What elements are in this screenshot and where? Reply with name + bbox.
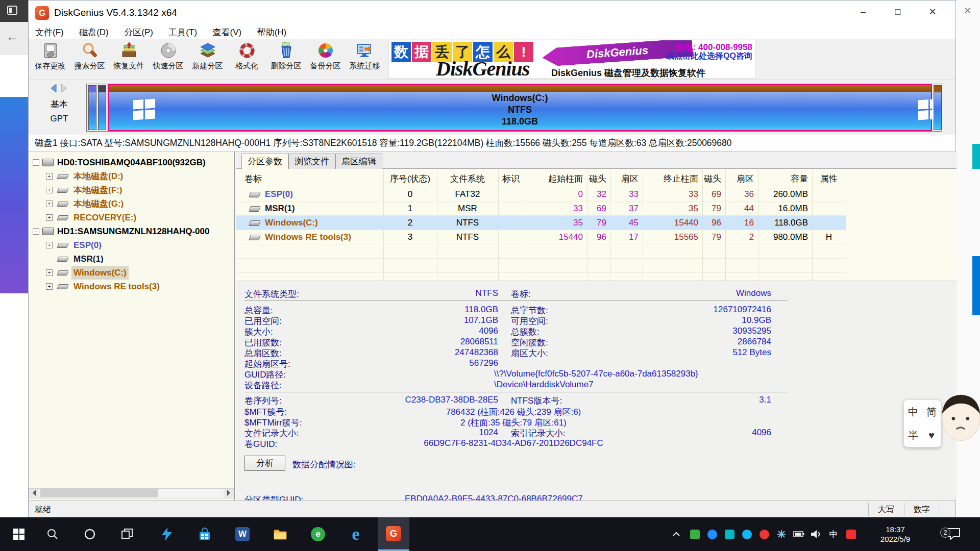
tree-item-windows-re[interactable]: + Windows RE tools(3) (29, 280, 234, 293)
expand-icon[interactable]: + (46, 214, 53, 221)
table-row-windows-c-selected[interactable]: Windows(C:) 2 NTFS 35 79 45 15440 96 16 … (236, 216, 846, 230)
backup-partition-button[interactable]: 备份分区 (306, 40, 345, 79)
expand-icon[interactable]: + (46, 269, 53, 276)
system-migration-button[interactable]: 系统迁移 (345, 40, 384, 79)
recover-files-button[interactable]: 恢复文件 (109, 40, 149, 79)
pinned-app-file-explorer[interactable] (264, 517, 296, 551)
tray-icon-snowflake[interactable] (774, 517, 789, 551)
pinned-app-word[interactable]: W (227, 517, 258, 551)
search-button[interactable] (37, 517, 68, 551)
tray-icon-red-app[interactable] (756, 517, 772, 551)
menu-disk[interactable]: 磁盘(D) (72, 26, 115, 39)
tree-horizontal-scrollbar[interactable] (29, 488, 234, 498)
expand-icon[interactable]: + (46, 283, 53, 290)
ime-mini-toolbar[interactable]: 中 简 半 ♥ (903, 399, 941, 447)
background-close-icon[interactable]: ✕ (964, 5, 971, 16)
promo-banner[interactable]: 数 据 丢 了 怎 么 ! DiskGenius DiskGenius Disk… (388, 40, 756, 79)
scroll-right-icon[interactable] (224, 489, 234, 498)
partition-icon (249, 206, 261, 212)
close-button[interactable]: ✕ (919, 1, 946, 23)
tree-item-hd1[interactable]: - HD1:SAMSUNGMZNLN128HAHQ-000 (29, 224, 234, 238)
disk-icon (42, 228, 54, 235)
tray-icon-green-app[interactable] (687, 517, 702, 551)
tray-icon-volume[interactable] (808, 517, 824, 551)
tray-icon-battery[interactable] (791, 517, 806, 551)
back-arrow-icon[interactable]: ← (6, 30, 18, 44)
cortana-button[interactable] (74, 517, 106, 551)
expand-icon[interactable]: + (46, 173, 53, 180)
partition-windows-c[interactable]: Windows(C:) NTFS 118.0GB (108, 84, 932, 131)
system-migration-icon (356, 42, 374, 59)
table-row-esp[interactable]: ESP(0) 0 FAT32 0 32 33 33 69 36 260.0MB (236, 187, 846, 202)
taskbar-clock[interactable]: 18:37 2022/5/9 (868, 517, 923, 551)
tree-item-local-f[interactable]: + 本地磁盘(F:) (29, 183, 234, 197)
tray-hidden-icons-button[interactable] (669, 517, 684, 551)
partition-icon (249, 220, 261, 226)
save-changes-button[interactable]: 保存更改 (31, 40, 70, 79)
tray-icon-sogou[interactable] (843, 517, 859, 551)
expand-icon[interactable]: + (46, 187, 53, 193)
maximize-button[interactable]: □ (884, 1, 912, 23)
table-row-msr[interactable]: MSR(1) 1 MSR 33 69 37 35 79 44 16.0MB (236, 202, 846, 216)
expand-icon[interactable]: + (46, 201, 53, 207)
pinned-app-lightning[interactable] (151, 517, 183, 551)
partition-icon (57, 215, 68, 220)
tab-browse-files[interactable]: 浏览文件 (288, 154, 335, 169)
tree-item-local-d[interactable]: + 本地磁盘(D:) (29, 169, 234, 183)
tree-item-msr[interactable]: MSR(1) (29, 252, 234, 266)
screen: ← ✕ G DiskGenius V5.4.3.1342 x64 – □ ✕ 文… (0, 0, 980, 551)
ime-symbol-heart[interactable]: ♥ (928, 430, 935, 441)
scroll-left-icon[interactable] (29, 489, 39, 498)
partition-strip-re-tools[interactable] (934, 85, 942, 130)
scrollbar-thumb[interactable] (40, 489, 158, 497)
menu-tools[interactable]: 工具(T) (162, 26, 204, 39)
allocation-map-label: 数据分配情况图: (292, 459, 356, 470)
minimize-button[interactable]: – (849, 1, 877, 23)
pinned-app-edge[interactable]: e (340, 517, 372, 551)
partition-strip-esp[interactable] (88, 85, 96, 130)
tray-icon-qq[interactable] (739, 517, 754, 551)
background-window-left: ← (0, 0, 28, 517)
analyze-button[interactable]: 分析 (244, 456, 285, 471)
pinned-app-green-browser[interactable]: e (302, 517, 334, 551)
partition-strip-msr[interactable] (98, 85, 106, 130)
partition-icon (57, 270, 68, 276)
task-view-button[interactable] (111, 517, 143, 551)
tab-partition-params[interactable]: 分区参数 (241, 154, 288, 169)
menu-help[interactable]: 帮助(H) (251, 26, 293, 39)
quick-partition-button[interactable]: 快速分区 (149, 40, 188, 79)
disk-nav-arrows[interactable] (41, 83, 77, 95)
collapse-icon[interactable]: - (33, 159, 39, 166)
menu-partition[interactable]: 分区(P) (117, 26, 160, 39)
tree-item-esp[interactable]: + ESP(0) (29, 238, 234, 252)
tree-item-windows-c[interactable]: + Windows(C:) (29, 266, 234, 280)
tray-ime-cn-indicator[interactable]: 中 (826, 517, 841, 551)
banner-qq-link[interactable]: 或点击此处选择QQ咨询 (666, 51, 752, 62)
tray-icon-teal-app[interactable] (722, 517, 737, 551)
ime-simplified-mode[interactable]: 简 (926, 405, 937, 419)
menu-file[interactable]: 文件(F) (29, 26, 70, 39)
background-blue-block (972, 256, 980, 315)
menu-view[interactable]: 查看(V) (206, 26, 249, 39)
tray-icon-blue-app[interactable] (704, 517, 720, 551)
table-row-windows-re[interactable]: Windows RE tools(3) 3 NTFS 15440 96 17 1… (236, 230, 846, 244)
tree-item-local-g[interactable]: + 本地磁盘(G:) (29, 197, 234, 211)
delete-partition-button[interactable]: 删除分区 (266, 40, 306, 79)
ime-cn-mode[interactable]: 中 (908, 405, 918, 419)
disk-icon (42, 159, 54, 166)
action-center-button[interactable]: 2 (938, 517, 969, 551)
search-partition-button[interactable]: 搜索分区 (70, 40, 109, 79)
tree-item-hd0[interactable]: - HD0:TOSHIBAMQ04ABF100(932GB) (29, 156, 234, 169)
tab-sector-edit[interactable]: 扇区编辑 (335, 154, 382, 169)
format-button[interactable]: 格式化 (227, 40, 266, 79)
expand-icon[interactable]: + (46, 242, 53, 248)
detail-row-partition-guid: 分区类型GUID: EBD0A0A2-B9E5-4433-87C0-68B6B7… (236, 494, 957, 500)
start-button[interactable] (3, 517, 35, 551)
ime-halfwidth-mode[interactable]: 半 (908, 429, 918, 442)
recover-files-icon (120, 42, 138, 59)
pinned-app-store[interactable] (189, 517, 220, 551)
tree-item-recovery-e[interactable]: + RECOVERY(E:) (29, 211, 234, 224)
new-partition-button[interactable]: 新建分区 (188, 40, 227, 79)
taskbar-app-diskgenius-active[interactable]: G (378, 517, 409, 551)
collapse-icon[interactable]: - (33, 228, 39, 235)
